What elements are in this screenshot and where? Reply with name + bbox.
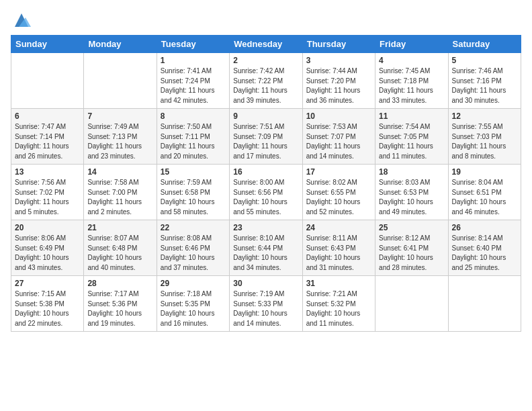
calendar-cell	[11, 53, 84, 109]
day-number: 6	[15, 111, 80, 121]
cell-content: Sunrise: 8:02 AMSunset: 6:55 PMDaylight:…	[306, 178, 371, 217]
calendar-cell: 6Sunrise: 7:47 AMSunset: 7:14 PMDaylight…	[11, 109, 84, 165]
calendar-cell: 3Sunrise: 7:44 AMSunset: 7:20 PMDaylight…	[302, 53, 375, 109]
day-number: 23	[233, 223, 298, 232]
calendar-week-row: 1Sunrise: 7:41 AMSunset: 7:24 PMDaylight…	[11, 53, 521, 109]
day-number: 20	[15, 223, 80, 232]
cell-content: Sunrise: 7:21 AMSunset: 5:32 PMDaylight:…	[306, 289, 371, 328]
calendar-cell: 21Sunrise: 8:07 AMSunset: 6:48 PMDayligh…	[84, 220, 157, 276]
calendar-cell: 25Sunrise: 8:12 AMSunset: 6:41 PMDayligh…	[375, 220, 448, 276]
cell-content: Sunrise: 7:59 AMSunset: 6:58 PMDaylight:…	[161, 178, 226, 217]
cell-content: Sunrise: 8:10 AMSunset: 6:44 PMDaylight:…	[233, 234, 298, 273]
calendar-cell: 5Sunrise: 7:46 AMSunset: 7:16 PMDaylight…	[448, 53, 521, 109]
day-number: 11	[379, 111, 444, 121]
cell-content: Sunrise: 7:47 AMSunset: 7:14 PMDaylight:…	[15, 122, 80, 161]
day-number: 12	[452, 111, 517, 121]
day-number: 3	[306, 56, 371, 65]
calendar-cell: 27Sunrise: 7:15 AMSunset: 5:38 PMDayligh…	[11, 276, 84, 332]
day-number: 30	[233, 279, 298, 288]
day-number: 19	[452, 167, 517, 177]
calendar-cell: 13Sunrise: 7:56 AMSunset: 7:02 PMDayligh…	[11, 165, 84, 220]
day-number: 24	[306, 223, 371, 232]
calendar-week-row: 13Sunrise: 7:56 AMSunset: 7:02 PMDayligh…	[11, 165, 521, 220]
cell-content: Sunrise: 7:41 AMSunset: 7:24 PMDaylight:…	[161, 66, 226, 105]
cell-content: Sunrise: 7:17 AMSunset: 5:36 PMDaylight:…	[87, 289, 152, 328]
cell-content: Sunrise: 8:07 AMSunset: 6:48 PMDaylight:…	[87, 234, 152, 273]
day-number: 7	[87, 111, 152, 121]
calendar-cell: 8Sunrise: 7:50 AMSunset: 7:11 PMDaylight…	[157, 109, 229, 165]
calendar-cell: 26Sunrise: 8:14 AMSunset: 6:40 PMDayligh…	[448, 220, 521, 276]
cell-content: Sunrise: 7:58 AMSunset: 7:00 PMDaylight:…	[87, 178, 152, 217]
day-number: 15	[161, 167, 226, 177]
day-number: 25	[379, 223, 444, 232]
calendar-cell: 23Sunrise: 8:10 AMSunset: 6:44 PMDayligh…	[230, 220, 302, 276]
day-number: 26	[452, 223, 517, 232]
cell-content: Sunrise: 8:14 AMSunset: 6:40 PMDaylight:…	[452, 234, 517, 273]
day-number: 4	[379, 56, 444, 65]
cell-content: Sunrise: 7:45 AMSunset: 7:18 PMDaylight:…	[379, 66, 444, 105]
calendar-cell	[375, 276, 448, 332]
cell-content: Sunrise: 7:54 AMSunset: 7:05 PMDaylight:…	[379, 122, 444, 161]
day-header-tuesday: Tuesday	[157, 36, 229, 53]
calendar-cell: 16Sunrise: 8:00 AMSunset: 6:56 PMDayligh…	[230, 165, 302, 220]
calendar-cell: 10Sunrise: 7:53 AMSunset: 7:07 PMDayligh…	[302, 109, 375, 165]
cell-content: Sunrise: 7:56 AMSunset: 7:02 PMDaylight:…	[15, 178, 80, 217]
logo-icon	[12, 11, 31, 30]
calendar-week-row: 20Sunrise: 8:06 AMSunset: 6:49 PMDayligh…	[11, 220, 521, 276]
day-number: 18	[379, 167, 444, 177]
calendar-cell: 28Sunrise: 7:17 AMSunset: 5:36 PMDayligh…	[84, 276, 157, 332]
calendar-cell	[448, 276, 521, 332]
cell-content: Sunrise: 7:46 AMSunset: 7:16 PMDaylight:…	[452, 66, 517, 105]
calendar-cell: 9Sunrise: 7:51 AMSunset: 7:09 PMDaylight…	[230, 109, 302, 165]
calendar-cell: 1Sunrise: 7:41 AMSunset: 7:24 PMDaylight…	[157, 53, 229, 109]
logo	[11, 11, 31, 30]
calendar-cell: 22Sunrise: 8:08 AMSunset: 6:46 PMDayligh…	[157, 220, 229, 276]
calendar-cell: 11Sunrise: 7:54 AMSunset: 7:05 PMDayligh…	[375, 109, 448, 165]
cell-content: Sunrise: 8:04 AMSunset: 6:51 PMDaylight:…	[452, 178, 517, 217]
day-number: 16	[233, 167, 298, 177]
calendar-cell: 31Sunrise: 7:21 AMSunset: 5:32 PMDayligh…	[302, 276, 375, 332]
day-number: 27	[15, 279, 80, 288]
day-header-wednesday: Wednesday	[230, 36, 302, 53]
page-header	[11, 11, 521, 30]
cell-content: Sunrise: 7:18 AMSunset: 5:35 PMDaylight:…	[161, 289, 226, 328]
calendar-week-row: 6Sunrise: 7:47 AMSunset: 7:14 PMDaylight…	[11, 109, 521, 165]
calendar-header-row: SundayMondayTuesdayWednesdayThursdayFrid…	[11, 36, 521, 53]
day-number: 14	[87, 167, 152, 177]
day-header-friday: Friday	[375, 36, 448, 53]
day-number: 29	[161, 279, 226, 288]
day-number: 1	[161, 56, 226, 65]
day-number: 21	[87, 223, 152, 232]
day-number: 17	[306, 167, 371, 177]
calendar-table: SundayMondayTuesdayWednesdayThursdayFrid…	[11, 35, 521, 332]
cell-content: Sunrise: 8:08 AMSunset: 6:46 PMDaylight:…	[161, 234, 226, 273]
day-number: 5	[452, 56, 517, 65]
cell-content: Sunrise: 7:55 AMSunset: 7:03 PMDaylight:…	[452, 122, 517, 161]
cell-content: Sunrise: 7:15 AMSunset: 5:38 PMDaylight:…	[15, 289, 80, 328]
cell-content: Sunrise: 7:49 AMSunset: 7:13 PMDaylight:…	[87, 122, 152, 161]
day-number: 22	[161, 223, 226, 232]
calendar-week-row: 27Sunrise: 7:15 AMSunset: 5:38 PMDayligh…	[11, 276, 521, 332]
day-number: 28	[87, 279, 152, 288]
cell-content: Sunrise: 8:12 AMSunset: 6:41 PMDaylight:…	[379, 234, 444, 273]
day-header-saturday: Saturday	[448, 36, 521, 53]
cell-content: Sunrise: 7:44 AMSunset: 7:20 PMDaylight:…	[306, 66, 371, 105]
day-number: 2	[233, 56, 298, 65]
day-header-monday: Monday	[84, 36, 157, 53]
calendar-cell: 24Sunrise: 8:11 AMSunset: 6:43 PMDayligh…	[302, 220, 375, 276]
day-number: 10	[306, 111, 371, 121]
cell-content: Sunrise: 7:53 AMSunset: 7:07 PMDaylight:…	[306, 122, 371, 161]
calendar-cell: 30Sunrise: 7:19 AMSunset: 5:33 PMDayligh…	[230, 276, 302, 332]
calendar-cell: 12Sunrise: 7:55 AMSunset: 7:03 PMDayligh…	[448, 109, 521, 165]
cell-content: Sunrise: 7:42 AMSunset: 7:22 PMDaylight:…	[233, 66, 298, 105]
cell-content: Sunrise: 8:03 AMSunset: 6:53 PMDaylight:…	[379, 178, 444, 217]
cell-content: Sunrise: 7:51 AMSunset: 7:09 PMDaylight:…	[233, 122, 298, 161]
cell-content: Sunrise: 7:19 AMSunset: 5:33 PMDaylight:…	[233, 289, 298, 328]
calendar-cell: 4Sunrise: 7:45 AMSunset: 7:18 PMDaylight…	[375, 53, 448, 109]
calendar-cell: 29Sunrise: 7:18 AMSunset: 5:35 PMDayligh…	[157, 276, 229, 332]
cell-content: Sunrise: 7:50 AMSunset: 7:11 PMDaylight:…	[161, 122, 226, 161]
calendar-cell	[84, 53, 157, 109]
day-number: 13	[15, 167, 80, 177]
day-header-thursday: Thursday	[302, 36, 375, 53]
calendar-cell: 14Sunrise: 7:58 AMSunset: 7:00 PMDayligh…	[84, 165, 157, 220]
